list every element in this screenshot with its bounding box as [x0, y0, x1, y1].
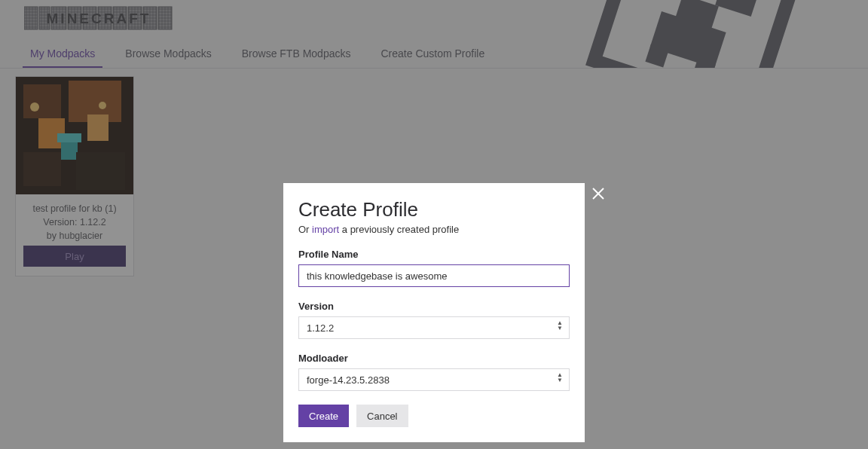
modloader-label: Modloader: [298, 353, 570, 364]
modal-overlay: Create Profile Or import a previously cr…: [0, 0, 868, 449]
modloader-value: forge-14.23.5.2838: [307, 374, 390, 386]
profile-name-input[interactable]: [298, 264, 570, 287]
select-stepper-icon: ▲▼: [557, 320, 563, 331]
modal-subtitle: Or import a previously created profile: [298, 224, 570, 235]
create-button[interactable]: Create: [298, 405, 349, 427]
version-value: 1.12.2: [307, 322, 334, 334]
create-profile-modal: Create Profile Or import a previously cr…: [283, 183, 585, 442]
modloader-select[interactable]: forge-14.23.5.2838 ▲▼: [298, 368, 570, 391]
profile-name-label: Profile Name: [298, 249, 570, 260]
modal-title: Create Profile: [298, 198, 570, 221]
modal-sub-suffix: a previously created profile: [339, 224, 459, 235]
close-icon[interactable]: [589, 185, 607, 203]
import-link[interactable]: import: [312, 224, 339, 235]
version-label: Version: [298, 301, 570, 312]
modal-sub-prefix: Or: [298, 224, 312, 235]
cancel-button[interactable]: Cancel: [356, 405, 408, 427]
version-select[interactable]: 1.12.2 ▲▼: [298, 316, 570, 339]
select-stepper-icon: ▲▼: [557, 372, 563, 383]
